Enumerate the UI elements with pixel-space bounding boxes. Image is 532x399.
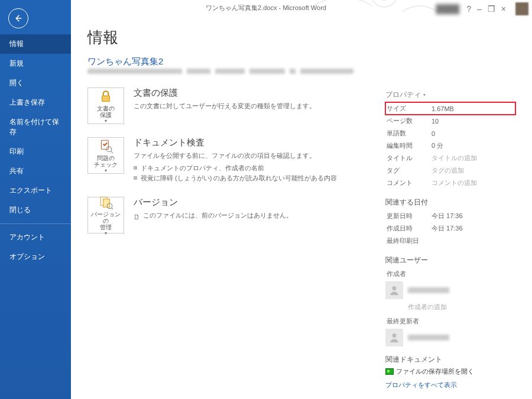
nav-saveas[interactable]: 名前を付けて保存: [0, 112, 71, 142]
versions-button-label: バージョンの 管理: [89, 211, 122, 231]
prop-row-words: 単語数0: [385, 127, 515, 140]
nav-export[interactable]: エクスポート: [0, 181, 71, 200]
inspect-button-label: 問題の チェック: [94, 155, 118, 168]
inspect-bullet-1: ドキュメントのプロパティ、作成者の名前: [134, 163, 337, 174]
properties-panel: プロパティ サイズ1.67MB ページ数10 単語数0 編集時間0 分 タイトル…: [385, 87, 515, 390]
close-icon[interactable]: ×: [501, 5, 506, 13]
prop-row-pages: ページ数10: [385, 115, 515, 127]
section-versions: バージョンの 管理 ▾ バージョン 🗋このファイルには、前のバージョンはありませ…: [87, 197, 372, 233]
author-name: [408, 287, 449, 293]
protect-button-label: 文書の 保護: [97, 105, 115, 118]
window-title: ワンちゃん写真集2.docx - Microsoft Word: [206, 4, 326, 12]
minimize-icon[interactable]: –: [477, 5, 482, 13]
protect-title: 文書の保護: [134, 87, 316, 99]
svg-rect-4: [102, 95, 110, 101]
svg-point-11: [392, 333, 397, 338]
prop-row-tags[interactable]: タグタグの追加: [385, 164, 515, 177]
related-documents: 関連ドキュメント ファイルの保存場所を開く: [385, 355, 515, 376]
filename-link[interactable]: ワンちゃん写真集2: [87, 56, 163, 67]
protect-desc: この文書に対してユーザーが行える変更の種類を管理します。: [134, 101, 316, 111]
svg-point-0: [371, 0, 397, 7]
inspect-desc: ファイルを公開する前に、ファイルの次の項目を確認します。: [134, 151, 337, 161]
nav-new[interactable]: 新規: [0, 54, 71, 73]
person-icon: [385, 329, 403, 346]
chevron-down-icon: ▾: [105, 231, 107, 236]
prop-row-edittime: 編集時間0 分: [385, 140, 515, 152]
file-path: [87, 69, 359, 77]
page-title: 情報: [87, 27, 515, 48]
check-icon: [98, 138, 114, 154]
lastmod-label: 最終更新者: [385, 315, 430, 327]
manage-versions-button[interactable]: バージョンの 管理 ▾: [87, 197, 124, 233]
date-row-printed: 最終印刷日: [385, 235, 515, 247]
author-label: 作成者: [385, 268, 430, 280]
nav-close[interactable]: 閉じる: [0, 200, 71, 220]
person-icon: [385, 281, 403, 299]
check-issues-button[interactable]: 問題の チェック ▾: [87, 137, 124, 174]
restore-icon[interactable]: ❐: [488, 5, 495, 13]
prop-row-size: サイズ1.67MB: [385, 102, 515, 115]
nav-print[interactable]: 印刷: [0, 142, 71, 161]
chevron-down-icon: ▾: [105, 118, 107, 124]
author-user[interactable]: [385, 281, 515, 299]
nav-separator: [0, 223, 71, 224]
date-row-modified: 更新日時今日 17:36: [385, 210, 515, 222]
properties-dropdown[interactable]: プロパティ: [385, 90, 515, 100]
section-inspect: 問題の チェック ▾ ドキュメント検査 ファイルを公開する前に、ファイルの次の項…: [87, 137, 372, 184]
show-all-properties-link[interactable]: プロパティをすべて表示: [385, 381, 515, 390]
back-button[interactable]: [8, 8, 28, 28]
user-label: ████: [436, 5, 460, 13]
main-panel: 情報 ワンちゃん写真集2 文書の 保護 ▾ 文書の保護 この文書に対してユーザー…: [71, 0, 532, 399]
versions-icon: [98, 194, 114, 210]
related-users: 関連ユーザー 作成者 作成者の追加 最終更新者: [385, 255, 515, 346]
related-users-header: 関連ユーザー: [385, 255, 515, 265]
svg-point-10: [392, 286, 397, 290]
related-dates: 関連する日付 更新日時今日 17:36 作成日時今日 17:36 最終印刷日: [385, 197, 515, 247]
nav-info[interactable]: 情報: [0, 34, 71, 54]
nav-open[interactable]: 開く: [0, 73, 71, 93]
protect-document-button[interactable]: 文書の 保護 ▾: [87, 87, 124, 124]
inspect-bullet-2: 視覚に障碍 (しょうがい) のある方が読み取れない可能性がある内容: [134, 173, 337, 184]
titlebar: ワンちゃん写真集2.docx - Microsoft Word ████ ? –…: [0, 0, 532, 15]
versions-title: バージョン: [134, 197, 293, 208]
arrow-left-icon: [13, 13, 24, 24]
avatar[interactable]: [515, 2, 528, 15]
lastmod-name: [408, 335, 449, 340]
date-row-created: 作成日時今日 17:36: [385, 222, 515, 235]
folder-icon: [385, 368, 394, 375]
nav-options[interactable]: オプション: [0, 247, 71, 267]
properties-table: サイズ1.67MB ページ数10 単語数0 編集時間0 分 タイトルタイトルの追…: [385, 102, 515, 189]
add-author-link[interactable]: 作成者の追加: [408, 303, 515, 312]
prop-row-comments[interactable]: コメントコメントの追加: [385, 177, 515, 189]
lastmod-user[interactable]: [385, 329, 515, 346]
open-file-location-link[interactable]: ファイルの保存場所を開く: [385, 367, 515, 376]
svg-rect-8: [103, 199, 110, 207]
help-icon[interactable]: ?: [466, 5, 471, 13]
prop-row-title[interactable]: タイトルタイトルの追加: [385, 152, 515, 164]
chevron-down-icon: ▾: [105, 168, 107, 173]
section-protect: 文書の 保護 ▾ 文書の保護 この文書に対してユーザーが行える変更の種類を管理し…: [87, 87, 372, 124]
nav-account[interactable]: アカウント: [0, 228, 71, 247]
lock-icon: [98, 89, 114, 104]
nav-save[interactable]: 上書き保存: [0, 93, 71, 112]
related-dates-header: 関連する日付: [385, 197, 515, 207]
related-documents-header: 関連ドキュメント: [385, 355, 515, 365]
versions-bullet-1: 🗋このファイルには、前のバージョンはありません。: [134, 210, 293, 221]
inspect-title: ドキュメント検査: [134, 137, 337, 148]
backstage-sidebar: 情報 新規 開く 上書き保存 名前を付けて保存 印刷 共有 エクスポート 閉じる…: [0, 0, 71, 399]
nav-share[interactable]: 共有: [0, 161, 71, 181]
